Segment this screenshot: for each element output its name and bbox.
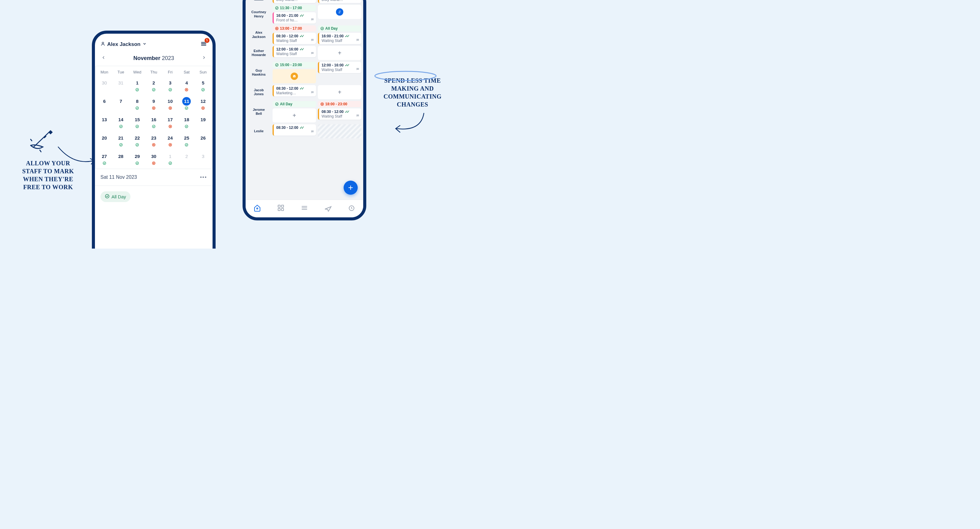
user-selector[interactable]: Alex Jackson (100, 41, 147, 48)
chat-icon (310, 91, 314, 95)
calendar-day-cell[interactable]: 1 (162, 150, 178, 169)
shift-card[interactable]: 16:00 - 21:00 ✓✓Front of ho… (272, 12, 316, 24)
tab-home[interactable] (254, 204, 261, 213)
tab-shifts[interactable] (301, 204, 308, 213)
calendar-day-cell[interactable]: 6 (96, 95, 113, 114)
notification-badge: 5 (205, 38, 210, 43)
shift-card[interactable]: 12:00 - 16:00 ✓✓Waiting Staff (272, 46, 316, 57)
schedule-row: JacobJones08:30 - 12:00 ✓✓Marketing…+ (246, 84, 363, 100)
add-shift-cell[interactable]: + (318, 46, 361, 60)
calendar-day-cell[interactable]: 10 (162, 95, 178, 114)
calendar-day-cell[interactable]: 4 (178, 77, 195, 95)
chat-icon (356, 114, 360, 119)
schedule-row-name: JacobJones (247, 85, 271, 99)
calendar-day-cell[interactable]: 2 (178, 150, 195, 169)
available-icon (178, 106, 195, 111)
add-shift-cell[interactable]: + (318, 85, 361, 99)
availability-chip[interactable]: All Day (100, 191, 130, 202)
schedule-row: CourtneyHenry 11:30 - 17:0016:00 - 21:00… (246, 4, 363, 24)
calendar-day-cell[interactable]: 12 (195, 95, 211, 114)
calendar-day-cell[interactable]: 24 (162, 132, 178, 150)
shift-card[interactable]: 16:00 - 21:00 ✓✓Waiting Staff (318, 33, 361, 44)
calendar-day-cell[interactable]: 15 (129, 114, 145, 132)
bottom-tab-bar (246, 200, 363, 218)
calendar-day-cell[interactable]: 29 (129, 150, 145, 169)
chat-icon (310, 18, 314, 22)
more-options-button[interactable]: ••• (200, 175, 207, 180)
calendar-day-header: Sun (195, 66, 211, 77)
available-icon (129, 125, 145, 129)
calendar-day-cell[interactable]: 19 (195, 114, 211, 132)
calendar-day-cell[interactable]: 21 (113, 132, 129, 150)
icon-cell[interactable] (318, 5, 361, 19)
calendar-day-cell[interactable]: 18 (178, 114, 195, 132)
tab-leave[interactable] (324, 204, 332, 213)
calendar-day-cell[interactable]: 17 (162, 114, 178, 132)
calendar-day-cell[interactable]: 31 (113, 77, 129, 95)
shift-card[interactable]: 08:30 - 12:00 ✓✓Marketing… (272, 85, 316, 97)
check-circle-icon (105, 194, 110, 200)
add-shift-fab[interactable]: + (344, 181, 358, 195)
available-icon (145, 88, 162, 92)
shift-card[interactable]: 12:00 - 16:00 ✓✓Waiting Staff (318, 62, 361, 73)
calendar-day-cell[interactable]: 25 (178, 132, 195, 150)
calendar-day-cell[interactable]: 3 (162, 77, 178, 95)
pen-doodle-icon (27, 129, 64, 153)
available-icon (129, 88, 145, 92)
shift-card[interactable]: 08:30 - 12:00 ✓✓ (272, 124, 316, 136)
calendar-day-cell[interactable]: 14 (113, 114, 129, 132)
circle-scribble-icon (372, 70, 439, 82)
chat-icon (310, 130, 314, 134)
calendar-day-cell[interactable]: 20 (96, 132, 113, 150)
calendar-day-cell[interactable]: 27 (96, 150, 113, 169)
calendar-day-cell[interactable]: 26 (195, 132, 211, 150)
calendar-day-cell[interactable]: 1 (129, 77, 145, 95)
shift-card[interactable]: 08:30 - 12:00 ✓✓Waiting Staff (318, 108, 361, 120)
calendar-day-cell[interactable]: 23 (145, 132, 162, 150)
calendar-day-cell[interactable]: 28 (113, 150, 129, 169)
chat-icon (310, 51, 314, 56)
add-shift-cell[interactable]: + (272, 108, 316, 122)
calendar-day-cell[interactable]: 11 (178, 95, 195, 114)
calendar-day-cell[interactable]: 16 (145, 114, 162, 132)
chat-icon (310, 0, 314, 2)
chevron-down-icon (142, 41, 147, 48)
calendar-day-cell[interactable]: 13 (96, 114, 113, 132)
calendar-day-header: Wed (129, 66, 145, 77)
double-check-icon: ✓✓ (299, 47, 303, 51)
availability-label: All Day (111, 194, 126, 199)
calendar-day-cell[interactable]: 22 (129, 132, 145, 150)
tab-time[interactable] (348, 204, 355, 213)
calendar-day-cell[interactable]: 3 (195, 150, 211, 169)
calendar-day-cell[interactable]: 8 (129, 95, 145, 114)
availability-pill: All Day (272, 101, 316, 107)
blank-icon (113, 161, 129, 165)
blank-icon (96, 88, 113, 92)
shift-card[interactable]: 08:30 - 12:00 ✓✓Waiting Staff (272, 33, 316, 44)
prev-month-button[interactable] (101, 55, 106, 62)
calendar-day-cell[interactable]: 9 (145, 95, 162, 114)
icon-cell[interactable] (272, 69, 316, 83)
calendar-day-cell[interactable]: 5 (195, 77, 211, 95)
schedule-row: AlexJackson 13:00 - 17:0008:30 - 12:00 ✓… (246, 24, 363, 45)
unavailable-icon (162, 125, 178, 129)
shift-card[interactable]: 16:00 - 21:00 ✓✓Duty Mana… (318, 0, 361, 3)
unavailable-icon (162, 106, 178, 111)
calendar-day-header: Thu (145, 66, 162, 77)
next-month-button[interactable] (202, 55, 207, 62)
blank-icon (195, 143, 211, 147)
calendar-day-cell[interactable]: 30 (145, 150, 162, 169)
svg-rect-40 (278, 208, 280, 211)
availability-pill: 15:00 - 23:00 (272, 62, 316, 68)
schedule-row-name: CourtneyHenry (247, 5, 271, 24)
chat-icon (356, 38, 360, 43)
menu-button[interactable]: 5 (200, 40, 207, 48)
calendar-day-cell[interactable]: 7 (113, 95, 129, 114)
shift-card[interactable]: 08:30 - 12:00 ✓✓Duty Mana… (272, 0, 316, 3)
calendar-day-cell[interactable]: 2 (145, 77, 162, 95)
swap-icon (336, 8, 343, 16)
unavailable-icon (162, 143, 178, 147)
calendar-day-cell[interactable]: 30 (96, 77, 113, 95)
tab-apps[interactable] (277, 204, 285, 213)
schedule-row-name: GuyHawkins (247, 62, 271, 83)
